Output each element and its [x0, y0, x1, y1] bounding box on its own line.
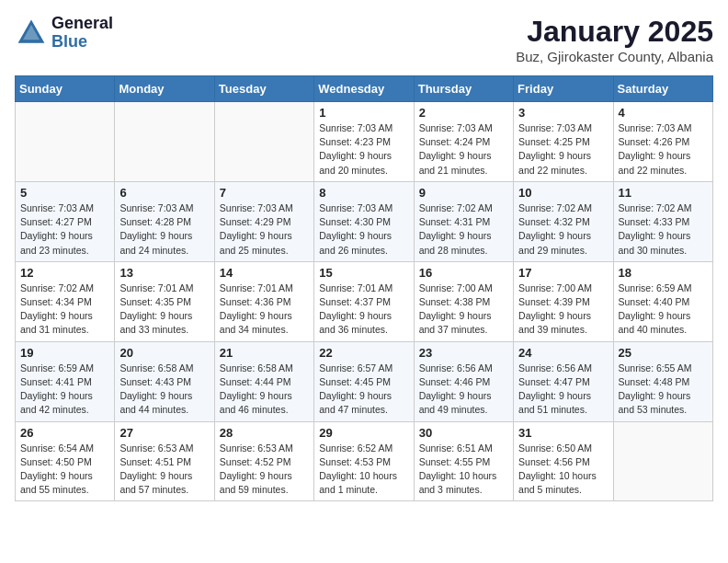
day-info: Sunrise: 6:59 AM Sunset: 4:41 PM Dayligh… — [20, 362, 109, 418]
calendar-cell: 23Sunrise: 6:56 AM Sunset: 4:46 PM Dayli… — [414, 341, 513, 421]
day-info: Sunrise: 6:53 AM Sunset: 4:52 PM Dayligh… — [220, 442, 309, 498]
logo: General Blue — [15, 15, 113, 52]
calendar-cell: 14Sunrise: 7:01 AM Sunset: 4:36 PM Dayli… — [214, 261, 313, 341]
calendar-cell: 26Sunrise: 6:54 AM Sunset: 4:50 PM Dayli… — [16, 421, 115, 501]
calendar-cell: 11Sunrise: 7:02 AM Sunset: 4:33 PM Dayli… — [613, 181, 712, 261]
day-number: 29 — [319, 426, 408, 440]
day-info: Sunrise: 7:03 AM Sunset: 4:26 PM Dayligh… — [619, 121, 708, 178]
calendar-cell: 22Sunrise: 6:57 AM Sunset: 4:45 PM Dayli… — [314, 341, 414, 421]
calendar-cell: 8Sunrise: 7:03 AM Sunset: 4:30 PM Daylig… — [314, 181, 414, 261]
calendar-cell: 3Sunrise: 7:03 AM Sunset: 4:25 PM Daylig… — [514, 102, 613, 182]
day-info: Sunrise: 6:57 AM Sunset: 4:45 PM Dayligh… — [319, 362, 408, 418]
day-number: 22 — [319, 346, 408, 360]
day-number: 8 — [319, 186, 408, 200]
weekday-header-thursday: Thursday — [414, 76, 513, 102]
day-number: 20 — [119, 346, 209, 360]
calendar-cell: 5Sunrise: 7:03 AM Sunset: 4:27 PM Daylig… — [16, 181, 115, 261]
weekday-header-monday: Monday — [115, 76, 214, 102]
day-info: Sunrise: 7:02 AM Sunset: 4:32 PM Dayligh… — [518, 201, 608, 258]
day-number: 12 — [20, 266, 109, 280]
weekday-header-wednesday: Wednesday — [314, 76, 414, 102]
day-info: Sunrise: 6:52 AM Sunset: 4:53 PM Dayligh… — [319, 442, 408, 498]
calendar-cell — [16, 102, 115, 182]
calendar-cell: 21Sunrise: 6:58 AM Sunset: 4:44 PM Dayli… — [214, 341, 313, 421]
day-number: 19 — [20, 346, 109, 360]
day-number: 3 — [518, 106, 608, 120]
day-info: Sunrise: 6:59 AM Sunset: 4:40 PM Dayligh… — [619, 282, 708, 338]
day-number: 1 — [319, 106, 408, 120]
day-number: 28 — [220, 426, 309, 440]
day-info: Sunrise: 7:03 AM Sunset: 4:28 PM Dayligh… — [119, 201, 209, 258]
calendar-cell: 15Sunrise: 7:01 AM Sunset: 4:37 PM Dayli… — [314, 261, 414, 341]
day-number: 10 — [518, 186, 608, 200]
day-info: Sunrise: 7:03 AM Sunset: 4:27 PM Dayligh… — [20, 201, 109, 258]
day-number: 7 — [220, 186, 309, 200]
title-block: January 2025 Buz, Gjirokaster County, Al… — [516, 15, 713, 64]
day-info: Sunrise: 7:00 AM Sunset: 4:38 PM Dayligh… — [419, 282, 508, 338]
day-info: Sunrise: 7:01 AM Sunset: 4:36 PM Dayligh… — [220, 282, 309, 338]
calendar-cell: 12Sunrise: 7:02 AM Sunset: 4:34 PM Dayli… — [16, 261, 115, 341]
calendar-table: SundayMondayTuesdayWednesdayThursdayFrid… — [15, 75, 713, 501]
day-number: 17 — [518, 266, 608, 280]
weekday-header-row: SundayMondayTuesdayWednesdayThursdayFrid… — [16, 76, 713, 102]
calendar-week-2: 5Sunrise: 7:03 AM Sunset: 4:27 PM Daylig… — [16, 181, 713, 261]
calendar-cell: 7Sunrise: 7:03 AM Sunset: 4:29 PM Daylig… — [214, 181, 313, 261]
day-info: Sunrise: 6:58 AM Sunset: 4:43 PM Dayligh… — [119, 362, 209, 418]
day-number: 5 — [20, 186, 109, 200]
day-number: 31 — [518, 426, 608, 440]
calendar-cell: 31Sunrise: 6:50 AM Sunset: 4:56 PM Dayli… — [514, 421, 613, 501]
logo-blue-text: Blue — [51, 33, 113, 52]
day-number: 6 — [119, 186, 209, 200]
day-number: 14 — [220, 266, 309, 280]
day-number: 30 — [419, 426, 508, 440]
day-info: Sunrise: 7:01 AM Sunset: 4:35 PM Dayligh… — [119, 282, 209, 338]
day-info: Sunrise: 6:53 AM Sunset: 4:51 PM Dayligh… — [119, 442, 209, 498]
month-title: January 2025 — [516, 15, 713, 49]
day-info: Sunrise: 6:56 AM Sunset: 4:47 PM Dayligh… — [518, 362, 608, 418]
calendar-cell: 24Sunrise: 6:56 AM Sunset: 4:47 PM Dayli… — [514, 341, 613, 421]
calendar-cell: 19Sunrise: 6:59 AM Sunset: 4:41 PM Dayli… — [16, 341, 115, 421]
day-info: Sunrise: 7:01 AM Sunset: 4:37 PM Dayligh… — [319, 282, 408, 338]
day-number: 27 — [119, 426, 209, 440]
day-info: Sunrise: 7:03 AM Sunset: 4:25 PM Dayligh… — [518, 121, 608, 178]
day-info: Sunrise: 7:03 AM Sunset: 4:30 PM Dayligh… — [319, 201, 408, 258]
day-number: 2 — [419, 106, 508, 120]
calendar-cell: 13Sunrise: 7:01 AM Sunset: 4:35 PM Dayli… — [115, 261, 214, 341]
calendar-cell: 28Sunrise: 6:53 AM Sunset: 4:52 PM Dayli… — [214, 421, 313, 501]
day-info: Sunrise: 7:03 AM Sunset: 4:29 PM Dayligh… — [220, 201, 309, 258]
calendar-cell — [214, 102, 313, 182]
weekday-header-sunday: Sunday — [16, 76, 115, 102]
day-number: 18 — [619, 266, 708, 280]
day-info: Sunrise: 7:03 AM Sunset: 4:23 PM Dayligh… — [319, 121, 408, 178]
calendar-week-3: 12Sunrise: 7:02 AM Sunset: 4:34 PM Dayli… — [16, 261, 713, 341]
calendar-cell: 2Sunrise: 7:03 AM Sunset: 4:24 PM Daylig… — [414, 102, 513, 182]
weekday-header-tuesday: Tuesday — [214, 76, 313, 102]
day-info: Sunrise: 6:56 AM Sunset: 4:46 PM Dayligh… — [419, 362, 508, 418]
calendar-cell: 29Sunrise: 6:52 AM Sunset: 4:53 PM Dayli… — [314, 421, 414, 501]
calendar-cell: 25Sunrise: 6:55 AM Sunset: 4:48 PM Dayli… — [613, 341, 712, 421]
calendar-cell: 30Sunrise: 6:51 AM Sunset: 4:55 PM Dayli… — [414, 421, 513, 501]
calendar-cell: 9Sunrise: 7:02 AM Sunset: 4:31 PM Daylig… — [414, 181, 513, 261]
calendar-body: 1Sunrise: 7:03 AM Sunset: 4:23 PM Daylig… — [16, 102, 713, 501]
day-info: Sunrise: 6:51 AM Sunset: 4:55 PM Dayligh… — [419, 442, 508, 498]
calendar-week-5: 26Sunrise: 6:54 AM Sunset: 4:50 PM Dayli… — [16, 421, 713, 501]
location-title: Buz, Gjirokaster County, Albania — [516, 49, 713, 64]
day-number: 15 — [319, 266, 408, 280]
day-info: Sunrise: 7:00 AM Sunset: 4:39 PM Dayligh… — [518, 282, 608, 338]
page-header: General Blue January 2025 Buz, Gjirokast… — [15, 15, 713, 64]
calendar-cell: 20Sunrise: 6:58 AM Sunset: 4:43 PM Dayli… — [115, 341, 214, 421]
calendar-cell: 27Sunrise: 6:53 AM Sunset: 4:51 PM Dayli… — [115, 421, 214, 501]
calendar-cell: 17Sunrise: 7:00 AM Sunset: 4:39 PM Dayli… — [514, 261, 613, 341]
calendar-week-1: 1Sunrise: 7:03 AM Sunset: 4:23 PM Daylig… — [16, 102, 713, 182]
day-info: Sunrise: 7:02 AM Sunset: 4:31 PM Dayligh… — [419, 201, 508, 258]
day-info: Sunrise: 6:55 AM Sunset: 4:48 PM Dayligh… — [619, 362, 708, 418]
calendar-cell: 10Sunrise: 7:02 AM Sunset: 4:32 PM Dayli… — [514, 181, 613, 261]
logo-icon — [15, 17, 48, 50]
calendar-header: SundayMondayTuesdayWednesdayThursdayFrid… — [16, 76, 713, 102]
day-number: 13 — [119, 266, 209, 280]
day-number: 24 — [518, 346, 608, 360]
day-info: Sunrise: 6:50 AM Sunset: 4:56 PM Dayligh… — [518, 442, 608, 498]
calendar-week-4: 19Sunrise: 6:59 AM Sunset: 4:41 PM Dayli… — [16, 341, 713, 421]
logo-general-text: General — [51, 15, 113, 33]
weekday-header-saturday: Saturday — [613, 76, 712, 102]
